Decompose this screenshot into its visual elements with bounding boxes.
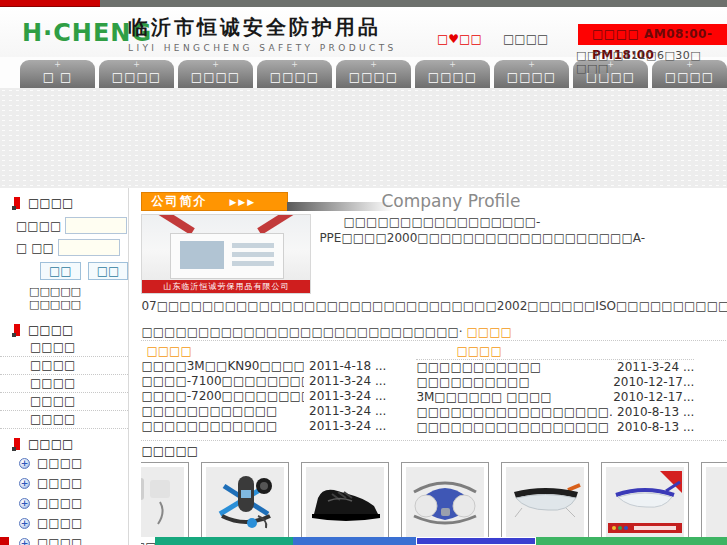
nav-plus-icon: + xyxy=(370,60,377,69)
news-date: 2011-4-18 ... xyxy=(304,359,386,374)
photo-glass xyxy=(180,241,224,269)
profile-english-title: Company Profile xyxy=(381,191,520,211)
product-image-respirator xyxy=(406,467,484,537)
login-helper-links[interactable]: □□□□□ □□□□□ xyxy=(29,285,128,311)
plus-ball-icon xyxy=(19,458,30,469)
login-button[interactable]: □□ xyxy=(40,262,81,280)
menu-section-title: □□□□ xyxy=(0,315,128,339)
category-item[interactable]: □□□□ xyxy=(0,533,128,545)
product-image-safety-glasses xyxy=(506,467,584,537)
news-item[interactable]: □□□□□□□□□□□□□□□□□...2010-8-13 ... xyxy=(416,405,694,420)
profile-banner: 公司简介 ▶▶▶ xyxy=(141,192,288,211)
top-accent-red xyxy=(0,0,100,7)
register-button[interactable]: □□ xyxy=(88,262,129,280)
news-item[interactable]: □□□□□□□□□□□□2011-3-24 ... xyxy=(141,419,386,434)
address-line: □□□ □111□6□30□ □□□ xyxy=(576,49,727,75)
gradient-rule xyxy=(287,202,393,211)
more-link[interactable]: □□□□ xyxy=(466,325,511,339)
category-item[interactable]: □□□□ xyxy=(0,493,128,513)
product-card[interactable] xyxy=(701,462,727,545)
plus-ball-icon xyxy=(19,498,30,509)
login-section-title: □□□□ xyxy=(0,188,128,212)
news-date: 2011-3-24 ... xyxy=(304,374,386,389)
plus-ball-icon xyxy=(19,478,30,489)
banner-area xyxy=(0,88,727,188)
carousel-track: □□□□ xyxy=(141,462,727,545)
company-name-en: LIYI HENGCHENG SAFETY PRODUCTS xyxy=(128,43,397,53)
password-row: □ □□ xyxy=(16,239,128,256)
products-section-title: □□□□□ xyxy=(141,444,727,458)
photo-caption: 山东临沂恒诚劳保用品有限公司 xyxy=(142,280,310,293)
sidebar-menu-item[interactable]: □□□□ xyxy=(0,357,128,375)
nav-tab-7[interactable]: +□□□□ xyxy=(494,60,569,88)
news-item[interactable]: □□□□□□□□□□□□2011-3-24 ... xyxy=(141,404,386,419)
main-column: 公司简介 ▶▶▶ Company Profile 山东临沂恒诚劳保用品有限公司 … xyxy=(141,188,727,545)
product-card[interactable]: SPERIAN-... xyxy=(601,462,689,545)
username-row: □□□□ xyxy=(16,217,128,234)
product-card[interactable]: VENITEX□... xyxy=(201,462,289,545)
sidebar-menu-item[interactable]: □□□□ xyxy=(0,411,128,429)
top-accent-bar xyxy=(0,0,727,7)
news-column-left: □□□□ □□□□3M□□KN90□□□□□□□...2011-4-18 ...… xyxy=(141,344,386,435)
nav-plus-icon: + xyxy=(449,60,456,69)
sidebar-menu-item[interactable]: □□□□ xyxy=(0,393,128,411)
nav-tab-6[interactable]: +□□□□ xyxy=(415,60,490,88)
profile-paragraph-2: □□□□□□□□□□□□□□□□□□□□□□□□□□□□· □□□□ xyxy=(141,324,727,340)
news-date: 2011-3-24 ... xyxy=(304,389,386,404)
category-item[interactable]: □□□□ xyxy=(0,513,128,533)
footer-color-bar xyxy=(155,537,727,545)
photo-roofline xyxy=(141,214,195,235)
news-item[interactable]: 3M□□□□□□ □□□□2010-12-17... xyxy=(416,390,694,405)
news-item[interactable]: □□□□3M□□KN90□□□□□□□...2011-4-18 ... xyxy=(141,359,386,374)
product-card[interactable]: □□□□□□□ xyxy=(301,462,389,545)
header-secondary-link[interactable]: □□□□ xyxy=(503,32,548,46)
category-item[interactable]: □□□□ xyxy=(0,473,128,493)
product-image-blue-glasses xyxy=(606,467,684,537)
product-image-scba xyxy=(206,467,284,537)
factory-photo: 山东临沂恒诚劳保用品有限公司 xyxy=(141,214,311,294)
news-section: □□□□ □□□□3M□□KN90□□□□□□□...2011-4-18 ...… xyxy=(141,340,727,441)
profile-body: 山东临沂恒诚劳保用品有限公司 □□□□□□□□□□□□□□□□□-PPE□□□□… xyxy=(141,214,727,340)
photo-roofline xyxy=(258,214,312,235)
site-header: H·CHENG 临沂市恒诚安全防护用品 LIYI HENGCHENG SAFET… xyxy=(0,7,727,57)
news-item[interactable]: □□□□-7100□□□□□□□□2011-3-24 ... xyxy=(141,374,386,389)
product-image-clipped xyxy=(706,467,727,537)
username-input[interactable] xyxy=(65,217,127,234)
add-favorite-link[interactable]: □♥□□ xyxy=(437,32,482,46)
category-item[interactable]: □□□□ xyxy=(0,453,128,473)
sidebar-menu-item[interactable]: □□□□ xyxy=(0,339,128,357)
footer-segment xyxy=(536,537,727,545)
company-titles: 临沂市恒诚安全防护用品 LIYI HENGCHENG SAFETY PRODUC… xyxy=(128,14,397,53)
news-item[interactable]: □□□□□□□□□□2010-12-17... xyxy=(416,375,694,390)
red-flag-icon xyxy=(14,197,20,209)
password-label: □ □□ xyxy=(16,241,54,255)
nav-tab-home[interactable]: +□ □ xyxy=(20,60,95,88)
password-input[interactable] xyxy=(58,239,120,256)
red-flag-icon xyxy=(14,324,20,336)
page: H·CHENG 临沂市恒诚安全防护用品 LIYI HENGCHENG SAFET… xyxy=(0,0,727,545)
news-date: 2011-3-24 ... xyxy=(612,360,694,375)
nav-tab-3[interactable]: +□□□□ xyxy=(178,60,253,88)
company-name-cn: 临沂市恒诚安全防护用品 xyxy=(128,14,397,41)
news-date: 2010-8-13 ... xyxy=(612,420,694,435)
arrows-icon: ▶▶▶ xyxy=(229,197,256,207)
news-date: 2010-8-13 ... xyxy=(612,405,694,420)
login-buttons: □□ □□ xyxy=(40,262,128,280)
nav-tab-2[interactable]: +□□□□ xyxy=(99,60,174,88)
news-item[interactable]: □□□□□□□□□□□□□□□□□2010-8-13 ... xyxy=(416,420,694,435)
product-card[interactable]: □□□□□□□□.. xyxy=(401,462,489,545)
news-item[interactable]: □□□□-7200□□□□□□□□2011-3-24 ... xyxy=(141,389,386,404)
nav-tab-4[interactable]: +□□□□ xyxy=(257,60,332,88)
product-card[interactable]: □□□□ xyxy=(141,462,189,545)
profile-section-header: 公司简介 ▶▶▶ Company Profile xyxy=(141,188,727,214)
content-area: □□□□ □□□□ □ □□ □□ □□ □□□□□ □□□□□ □□□□ □□… xyxy=(0,188,727,545)
product-carousel[interactable]: □□□□ xyxy=(141,462,727,545)
footer-segment xyxy=(416,537,536,545)
nav-plus-icon: + xyxy=(212,60,219,69)
nav-tab-5[interactable]: +□□□□ xyxy=(336,60,411,88)
news-item[interactable]: □□□□□□□□□□□2011-3-24 ... xyxy=(416,360,694,375)
sidebar-menu-item[interactable]: □□□□ xyxy=(0,375,128,393)
footer-segment xyxy=(155,537,293,545)
news-column-right: □□□□ □□□□□□□□□□□2011-3-24 ... □□□□□□□□□□… xyxy=(416,344,694,435)
product-card[interactable]: SPERIAN-... xyxy=(501,462,589,545)
